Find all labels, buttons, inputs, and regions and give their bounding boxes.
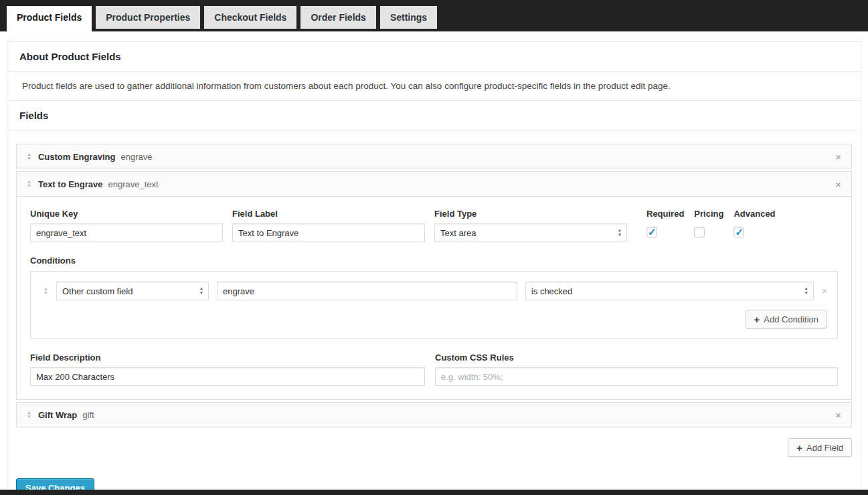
pricing-checkbox[interactable] [694, 227, 705, 237]
field-row-title: Text to Engrave [38, 179, 103, 189]
field-label-group: Field Label [232, 209, 425, 242]
field-row-key: gift [82, 410, 94, 420]
field-description-input[interactable] [30, 367, 425, 386]
custom-css-input[interactable] [435, 367, 838, 386]
drag-handle-icon[interactable]: ▲ ▼ [44, 287, 48, 294]
drag-handle-icon[interactable]: ▲ ▼ [27, 411, 31, 418]
pricing-group: Pricing [694, 209, 723, 242]
add-condition-row: + Add Condition [41, 310, 827, 328]
field-description-group: Field Description [30, 353, 425, 386]
custom-css-label: Custom CSS Rules [435, 353, 838, 363]
required-group: Required [646, 209, 684, 242]
field-row-key: engrave [121, 152, 153, 162]
field-row-header[interactable]: ▲ ▼ Text to Engrave engrave_text × [17, 172, 851, 196]
field-row-title: Custom Engraving [38, 152, 116, 162]
advanced-checkbox[interactable] [733, 227, 744, 237]
tab-checkout-fields[interactable]: Checkout Fields [204, 6, 296, 29]
top-tab-bar: Product Fields Product Properties Checko… [0, 0, 868, 31]
field-label-input[interactable] [232, 223, 425, 242]
advanced-group: Advanced [733, 209, 775, 242]
field-row-custom-engraving: ▲ ▼ Custom Engraving engrave × [16, 144, 852, 169]
required-label: Required [646, 209, 684, 219]
drag-handle-icon[interactable]: ▲ ▼ [27, 153, 31, 160]
unique-key-label: Unique Key [30, 209, 223, 219]
drag-handle-icon[interactable]: ▲ ▼ [27, 180, 31, 187]
field-editor: Unique Key Field Label Field Type Text a… [17, 196, 851, 399]
close-icon[interactable]: × [835, 179, 841, 189]
plus-icon: + [796, 442, 802, 454]
field-row-header[interactable]: ▲ ▼ Gift Wrap gift × [17, 403, 851, 427]
add-condition-button[interactable]: + Add Condition [746, 310, 827, 328]
conditions-box: ▲ ▼ Other custom field ▲▼ [30, 271, 838, 339]
condition-value-input[interactable] [217, 282, 517, 300]
field-editor-main-row: Unique Key Field Label Field Type Text a… [30, 209, 838, 242]
description-css-row: Field Description Custom CSS Rules [30, 353, 838, 386]
condition-row: ▲ ▼ Other custom field ▲▼ [41, 282, 827, 300]
advanced-label: Advanced [733, 209, 775, 219]
tab-product-properties[interactable]: Product Properties [96, 6, 200, 29]
main-panel: About Product Fields Product fields are … [7, 41, 861, 495]
field-row-header[interactable]: ▲ ▼ Custom Engraving engrave × [17, 144, 851, 169]
condition-operator-select[interactable]: is checked [525, 282, 814, 300]
tab-settings[interactable]: Settings [380, 6, 437, 29]
tab-product-fields[interactable]: Product Fields [7, 6, 92, 31]
unique-key-group: Unique Key [30, 209, 223, 242]
close-icon[interactable]: × [835, 410, 841, 420]
condition-subject-select[interactable]: Other custom field [56, 282, 209, 300]
custom-css-group: Custom CSS Rules [435, 353, 838, 386]
about-description: Product fields are used to gather additi… [7, 72, 861, 101]
about-section-title: About Product Fields [7, 42, 861, 72]
field-type-label: Field Type [434, 209, 627, 219]
tab-order-fields[interactable]: Order Fields [300, 6, 375, 29]
field-row-key: engrave_text [108, 179, 159, 189]
footer-bar [0, 490, 868, 495]
add-field-row: + Add Field [16, 438, 852, 457]
conditions-label: Conditions [30, 256, 838, 266]
plus-icon: + [754, 314, 760, 325]
close-icon[interactable]: × [835, 152, 841, 162]
pricing-label: Pricing [694, 209, 723, 219]
remove-condition-icon[interactable]: × [822, 286, 827, 296]
field-row-title: Gift Wrap [38, 410, 77, 420]
add-condition-label: Add Condition [764, 314, 818, 324]
field-row-gift-wrap: ▲ ▼ Gift Wrap gift × [16, 402, 852, 427]
unique-key-input[interactable] [30, 223, 223, 242]
add-field-label: Add Field [806, 443, 843, 453]
add-field-button[interactable]: + Add Field [788, 438, 852, 457]
field-type-select[interactable]: Text area [434, 223, 627, 242]
field-description-label: Field Description [30, 353, 425, 363]
fields-list: ▲ ▼ Custom Engraving engrave × ▲ ▼ Text … [7, 130, 861, 468]
fields-section-title: Fields [7, 101, 861, 130]
field-type-group: Field Type Text area ▲▼ [434, 209, 627, 242]
field-label-label: Field Label [232, 209, 425, 219]
required-checkbox[interactable] [646, 227, 657, 237]
field-row-text-to-engrave: ▲ ▼ Text to Engrave engrave_text × Uniqu… [16, 171, 852, 400]
